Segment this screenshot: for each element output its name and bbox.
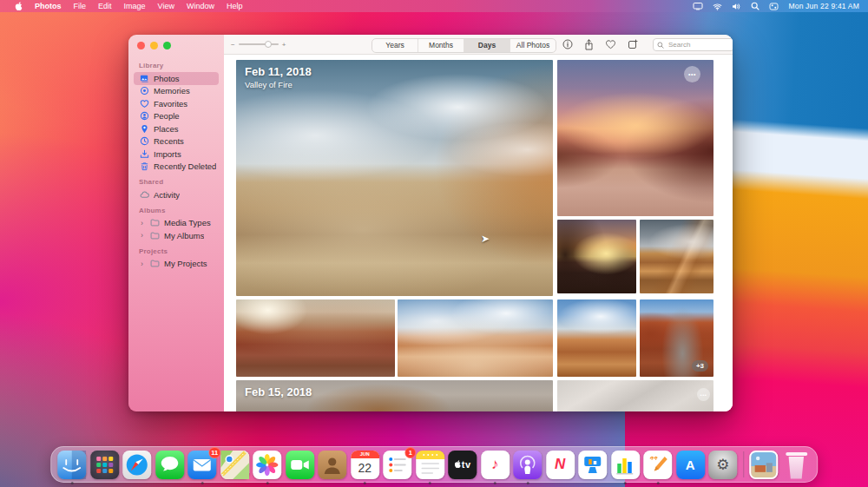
sidebar-section-library: Library [128, 56, 224, 72]
dock-pages-icon[interactable] [643, 451, 672, 479]
chevron-right-icon[interactable]: › [139, 218, 145, 228]
dock-tv-icon[interactable]: tv [448, 451, 477, 479]
minimize-button[interactable] [150, 42, 158, 49]
overflow-count-badge: +3 [692, 360, 708, 372]
control-center-icon[interactable] [769, 3, 779, 10]
photo-thumbnail-desert-road[interactable]: +3 [640, 299, 713, 377]
dock-keynote-icon[interactable] [578, 451, 607, 479]
dock-safari-icon[interactable] [122, 451, 151, 479]
photo-thumbnail-fabric[interactable] [557, 380, 713, 411]
dock-podcasts-icon[interactable] [513, 451, 542, 479]
heart-icon [139, 98, 149, 109]
sidebar-item-label: My Projects [164, 259, 207, 268]
menu-bar-clock[interactable]: Mon Jun 22 9:41 AM [788, 2, 859, 10]
tab-years[interactable]: Years [372, 39, 418, 52]
day-group-location: Valley of Fire [245, 80, 312, 89]
menu-item-edit[interactable]: Edit [92, 0, 118, 12]
tab-months[interactable]: Months [418, 39, 464, 52]
dock-messages-icon[interactable] [155, 451, 184, 479]
trash-rim [786, 452, 807, 456]
photo-thumbnail-valley-panorama[interactable] [236, 60, 553, 296]
dock-notes-icon[interactable] [416, 451, 444, 479]
menu-item-photos[interactable]: Photos [29, 0, 68, 12]
dock-trash-icon[interactable] [782, 451, 811, 479]
sidebar-item-places[interactable]: Places [134, 122, 219, 135]
share-icon[interactable] [584, 39, 594, 50]
dock-numbers-icon[interactable] [611, 451, 640, 479]
sidebar-item-imports[interactable]: Imports [134, 148, 219, 161]
zoom-in-icon[interactable]: + [282, 41, 286, 49]
sidebar-item-people[interactable]: People [134, 110, 219, 123]
photo-thumbnail-rock-trail[interactable] [398, 299, 553, 377]
dock-news-icon[interactable]: N [546, 451, 575, 479]
dock-music-icon[interactable]: ♪ [481, 451, 510, 479]
sidebar-item-recents[interactable]: Recents [134, 135, 219, 148]
sidebar-item-memories[interactable]: Memories [134, 85, 219, 98]
zoom-slider-knob[interactable] [265, 41, 272, 48]
more-options-button[interactable]: ••• [697, 388, 710, 401]
sidebar-item-label: People [154, 111, 180, 121]
dock-mail-icon[interactable]: 11 [187, 451, 216, 479]
zoom-button[interactable] [163, 42, 171, 49]
wifi-icon[interactable] [713, 3, 722, 10]
info-icon[interactable] [562, 39, 573, 49]
volume-icon[interactable] [732, 3, 741, 10]
menu-item-file[interactable]: File [68, 0, 93, 12]
dock-photos-icon[interactable] [253, 451, 281, 479]
photo-thumbnail-orange-slope[interactable] [557, 299, 636, 377]
search-input[interactable] [667, 40, 722, 49]
menu-bar: Photos File Edit Image View Window Help … [0, 0, 868, 12]
dock-maps-icon[interactable] [220, 451, 249, 479]
menu-item-image[interactable]: Image [118, 0, 152, 12]
dock: 11 JUN 22 1 [50, 446, 818, 483]
menu-item-window[interactable]: Window [181, 0, 220, 12]
close-button[interactable] [137, 42, 145, 49]
sidebar-item-my-projects[interactable]: › My Projects [134, 258, 219, 271]
photo-thumbnail-sunset-desert[interactable] [557, 60, 713, 216]
photo-thumbnail-sunset-silhouette[interactable] [557, 220, 636, 293]
dock-photo-stack-icon[interactable] [749, 451, 778, 479]
sidebar-item-my-albums[interactable]: › My Albums [134, 229, 219, 242]
sidebar-item-label: Favorites [154, 99, 187, 109]
folder-icon [149, 230, 160, 240]
chevron-right-icon[interactable]: › [139, 259, 145, 269]
zoom-slider-track[interactable] [239, 43, 279, 45]
tab-all-photos[interactable]: All Photos [510, 39, 556, 52]
apple-logo-icon [15, 2, 23, 11]
chevron-right-icon[interactable]: › [139, 230, 145, 240]
app-store-a-glyph: A [686, 457, 695, 472]
dock-app-store-icon[interactable]: A [676, 451, 705, 479]
search-icon [657, 42, 664, 49]
more-options-button[interactable]: ••• [684, 66, 700, 82]
spotlight-search-icon[interactable] [751, 2, 760, 10]
photo-thumbnail-red-rocks[interactable] [236, 299, 395, 377]
apple-menu[interactable] [9, 2, 29, 11]
display-icon[interactable] [693, 2, 703, 10]
dock-finder-icon[interactable] [57, 451, 86, 479]
menu-item-view[interactable]: View [152, 0, 181, 12]
tab-days[interactable]: Days [464, 39, 510, 52]
dock-system-preferences-icon[interactable]: ⚙ [708, 451, 737, 479]
add-icon[interactable] [628, 39, 638, 49]
dock-facetime-icon[interactable] [286, 451, 314, 479]
thumbnail-zoom-slider[interactable]: − + [231, 41, 286, 49]
favorite-heart-icon[interactable] [605, 39, 616, 49]
sidebar-item-media-types[interactable]: › Media Types [134, 217, 219, 230]
menu-item-help[interactable]: Help [220, 0, 249, 12]
map-pin-icon [139, 123, 149, 134]
sidebar-item-activity[interactable]: Activity [134, 188, 219, 201]
sidebar-item-photos[interactable]: Photos [134, 72, 219, 85]
mail-badge: 11 [208, 447, 220, 458]
import-tray-icon [139, 148, 149, 159]
day-group-header: Feb 15, 2018 [245, 385, 312, 398]
sidebar-item-favorites[interactable]: Favorites [134, 97, 219, 110]
zoom-out-icon[interactable]: − [231, 41, 235, 49]
dock-contacts-icon[interactable] [318, 451, 346, 479]
sidebar-item-recently-deleted[interactable]: Recently Deleted [134, 161, 219, 174]
dock-reminders-icon[interactable]: 1 [383, 451, 411, 479]
dock-launchpad-icon[interactable] [90, 451, 119, 479]
dock-calendar-icon[interactable]: JUN 22 [351, 451, 379, 479]
search-field[interactable] [653, 38, 733, 51]
photo-thumbnail-rock-wave[interactable] [640, 220, 713, 293]
gear-icon: ⚙ [716, 457, 729, 472]
